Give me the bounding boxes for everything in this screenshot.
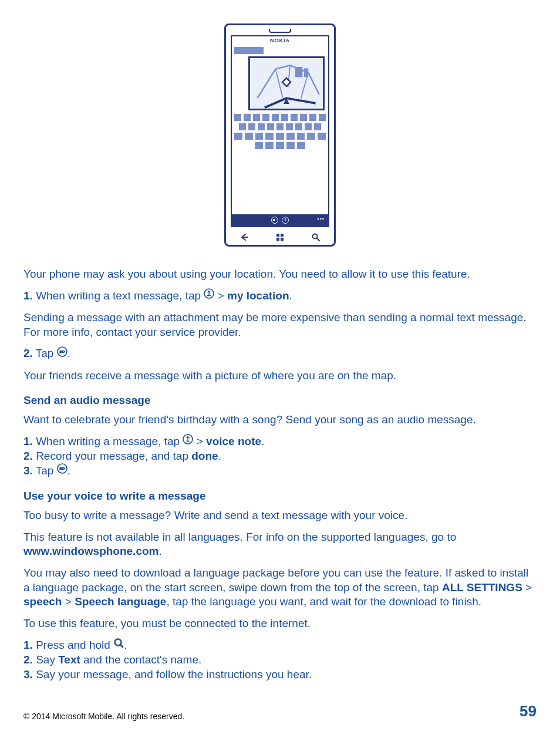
step-1: 1. Press and hold . (23, 638, 537, 653)
search-icon (113, 638, 124, 652)
send-icon (57, 346, 68, 361)
svg-rect-3 (295, 67, 302, 77)
paragraph: Your phone may ask you about using your … (23, 267, 537, 282)
paragraph: Your friends receive a message with a pi… (23, 369, 537, 383)
step-number: 1. (23, 435, 33, 447)
step-number: 3. (23, 464, 33, 477)
paragraph: Too busy to write a message? Write and s… (23, 508, 537, 523)
phone-brand: NOKIA (232, 38, 328, 45)
paragraph: You may also need to download a language… (23, 566, 537, 609)
step-1: 1. When writing a message, tap > voice n… (23, 434, 537, 449)
step-2: 2. Tap . (23, 346, 537, 361)
phone-illustration: NOKIA (23, 23, 537, 247)
hardware-buttons (226, 230, 334, 245)
step-number: 1. (23, 639, 33, 651)
attach-icon (204, 288, 214, 303)
step-2: 2. Record your message, and tap done. (23, 449, 537, 464)
page-footer: © 2014 Microsoft Mobile. All rights rese… (23, 702, 537, 722)
step-3: 3. Tap . (23, 464, 537, 478)
paragraph: Sending a message with an attachment may… (23, 311, 537, 339)
more-icon: ••• (318, 216, 325, 223)
paragraph: To use this feature, you must be connect… (23, 616, 537, 631)
back-icon (239, 233, 249, 241)
app-bar: ••• (232, 214, 328, 226)
send-icon (271, 217, 278, 224)
section-heading: Use your voice to write a message (23, 489, 537, 504)
attach-icon (282, 217, 289, 224)
step-number: 3. (23, 668, 33, 680)
step-1: 1. When writing a text message, tap > my… (23, 289, 537, 304)
paragraph: This feature is not available in all lan… (23, 530, 537, 559)
search-hw-icon (311, 232, 321, 242)
step-2: 2. Say Text and the contact's name. (23, 653, 537, 668)
page-number: 59 (519, 702, 537, 722)
step-number: 2. (23, 653, 33, 666)
step-number: 1. (23, 289, 33, 302)
keyboard-illustration (234, 114, 326, 149)
section-heading: Send an audio message (23, 393, 537, 408)
attach-icon (183, 434, 193, 449)
svg-rect-4 (304, 68, 308, 77)
paragraph: Want to celebrate your friend's birthday… (23, 413, 537, 427)
svg-rect-7 (276, 234, 279, 237)
copyright: © 2014 Microsoft Mobile. All rights rese… (23, 711, 184, 722)
svg-rect-8 (281, 234, 284, 237)
svg-rect-10 (281, 238, 284, 241)
windows-icon (276, 233, 284, 241)
send-icon (57, 463, 68, 478)
map-thumbnail (248, 56, 325, 110)
step-number: 2. (23, 347, 33, 359)
step-number: 2. (23, 450, 33, 462)
step-3: 3. Say your message, and follow the inst… (23, 668, 537, 682)
svg-rect-9 (276, 238, 279, 241)
